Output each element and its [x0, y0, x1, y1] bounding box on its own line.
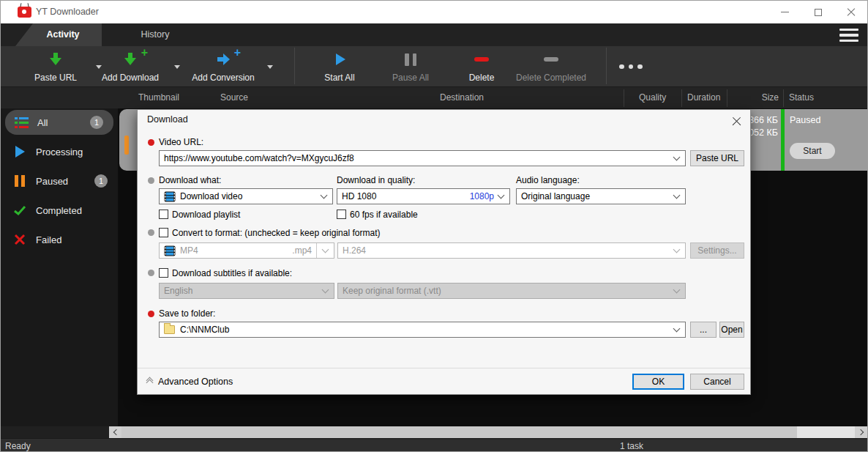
- dialog-close-button[interactable]: [730, 114, 743, 127]
- tab-activity[interactable]: Activity: [15, 23, 102, 46]
- all-list-icon: [14, 116, 29, 129]
- option-bullet-icon: [148, 270, 154, 276]
- conversion-arrow-plus-icon: +: [215, 51, 231, 68]
- play-icon: [332, 51, 348, 68]
- tab-history[interactable]: History: [111, 23, 200, 46]
- column-quality[interactable]: Quality: [639, 92, 666, 103]
- chevron-down-icon: [322, 286, 329, 294]
- dialog-separator: [138, 368, 750, 368]
- subtitles-checkbox[interactable]: [159, 268, 168, 278]
- convert-format-checkbox[interactable]: [159, 228, 168, 237]
- paused-pause-icon: [12, 174, 27, 188]
- column-destination[interactable]: Destination: [440, 92, 484, 103]
- required-bullet-icon: [148, 139, 154, 146]
- more-actions-icon[interactable]: [619, 51, 643, 83]
- download-playlist-checkbox[interactable]: [159, 210, 168, 219]
- delete-completed-button: Delete Completed: [507, 51, 595, 83]
- column-source[interactable]: Source: [220, 92, 248, 103]
- scrollbar-thumb[interactable]: [121, 426, 797, 438]
- add-conversion-dropdown-icon[interactable]: [267, 65, 273, 69]
- chevron-up-double-icon: [147, 378, 152, 385]
- chevron-down-icon: [322, 246, 329, 253]
- failed-x-icon: [12, 233, 27, 246]
- quality-combobox[interactable]: HD 1080 1080p: [337, 188, 510, 204]
- close-icon: [847, 8, 856, 17]
- menu-icon[interactable]: [839, 29, 858, 42]
- toolbar-separator: [294, 48, 295, 84]
- column-duration[interactable]: Duration: [687, 92, 720, 103]
- toolbar: Paste URL + Add Download + Add Conversio…: [1, 46, 867, 86]
- codec-combobox: H.264: [337, 242, 686, 259]
- format-extension: .mp4: [292, 245, 312, 256]
- minimize-icon: [781, 12, 789, 12]
- task-count: 1 task: [620, 441, 643, 451]
- processing-play-icon: [12, 145, 27, 158]
- chevron-down-icon: [673, 246, 681, 253]
- pause-icon: [405, 51, 416, 68]
- video-url-label: Video URL:: [159, 137, 203, 147]
- column-status[interactable]: Status: [789, 92, 814, 103]
- add-download-button[interactable]: + Add Download: [90, 51, 171, 83]
- task-start-button[interactable]: Start: [790, 143, 835, 159]
- list-header: Thumbnail Source Destination Quality Dur…: [1, 86, 867, 108]
- paused-thumbnail-icon: [124, 136, 129, 155]
- browse-button[interactable]: ...: [690, 322, 717, 338]
- audio-language-label: Audio language:: [516, 175, 580, 185]
- title-bar: YT Downloader: [1, 1, 867, 23]
- sidebar-item-all[interactable]: All 1: [5, 110, 113, 135]
- chevron-down-icon: [673, 325, 681, 333]
- sidebar-item-completed[interactable]: Completed: [1, 198, 118, 223]
- download-arrow-icon: [48, 51, 64, 68]
- folder-icon: [164, 325, 175, 334]
- toolbar-separator: [606, 48, 607, 84]
- fps60-label: 60 fps if available: [350, 210, 418, 220]
- sidebar-item-processing[interactable]: Processing: [1, 139, 118, 164]
- sidebar-item-failed[interactable]: Failed: [1, 227, 118, 252]
- dialog-paste-url-button[interactable]: Paste URL: [690, 150, 744, 166]
- close-icon: [732, 116, 741, 126]
- horizontal-scrollbar: [1, 426, 867, 438]
- task-status: Paused: [790, 115, 820, 125]
- audio-language-combobox[interactable]: Original language: [516, 188, 686, 204]
- download-plus-icon: +: [122, 51, 138, 68]
- scrollbar-track[interactable]: [109, 426, 867, 438]
- minimize-button[interactable]: [768, 1, 801, 23]
- video-url-combobox[interactable]: https://www.youtube.com/watch?v=MXgycuJ6…: [159, 150, 686, 166]
- paste-url-button[interactable]: Paste URL: [15, 51, 96, 83]
- settings-button: Settings...: [690, 242, 744, 259]
- sidebar-item-paused[interactable]: Paused 1: [1, 168, 118, 193]
- completed-check-icon: [12, 204, 27, 217]
- chevron-down-icon: [673, 154, 681, 161]
- scroll-right-icon[interactable]: [855, 426, 867, 438]
- maximize-button[interactable]: [801, 1, 834, 23]
- delete-bar-icon: [474, 51, 489, 68]
- column-size[interactable]: Size: [733, 92, 779, 103]
- fps60-checkbox[interactable]: [337, 210, 346, 219]
- option-bullet-icon: [148, 229, 154, 236]
- quality-tag: 1080p: [470, 191, 494, 201]
- quality-label: Download in quality:: [337, 175, 415, 185]
- maximize-icon: [815, 9, 822, 16]
- close-button[interactable]: [834, 1, 867, 23]
- scroll-left-icon[interactable]: [109, 426, 121, 438]
- save-folder-combobox[interactable]: C:\NNMClub: [159, 322, 686, 338]
- required-bullet-icon: [148, 311, 154, 317]
- all-count-badge: 1: [90, 116, 103, 129]
- download-dialog: Download Video URL: https://www.youtube.…: [137, 109, 751, 395]
- status-text: Ready: [5, 441, 31, 451]
- chevron-down-icon: [321, 192, 328, 199]
- open-folder-button[interactable]: Open: [719, 322, 744, 338]
- column-thumbnail[interactable]: Thumbnail: [138, 92, 179, 103]
- pause-all-button: Pause All: [374, 51, 447, 83]
- add-conversion-button[interactable]: + Add Conversion: [179, 51, 267, 83]
- subtitle-language-combobox: English: [159, 283, 334, 299]
- cancel-button[interactable]: Cancel: [690, 374, 744, 390]
- download-what-combobox[interactable]: Download video: [159, 188, 333, 204]
- chevron-down-icon: [673, 286, 681, 294]
- advanced-options-toggle[interactable]: Advanced Options: [147, 374, 233, 390]
- start-all-button[interactable]: Start All: [303, 51, 376, 83]
- row-progress-bar: [781, 109, 785, 171]
- ok-button[interactable]: OK: [632, 374, 684, 390]
- format-combobox: MP4 .mp4: [159, 242, 334, 259]
- paused-count-badge: 1: [94, 174, 108, 188]
